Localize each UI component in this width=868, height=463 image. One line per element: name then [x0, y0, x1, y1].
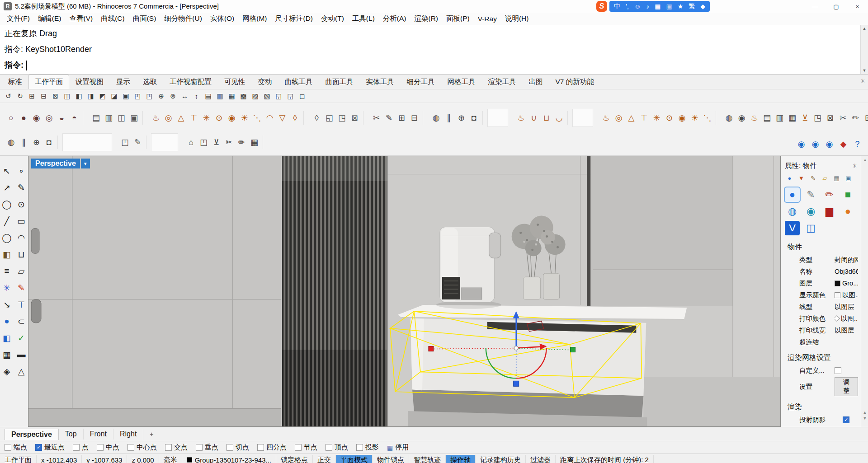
wireframe-display-icon[interactable]: ○	[5, 111, 17, 125]
folder-tab-icon[interactable]: ▱	[820, 173, 830, 183]
box-edit-icon[interactable]: ⊠	[349, 111, 361, 125]
hopper-tool-icon[interactable]: ⊻	[210, 136, 222, 149]
osnap-checkbox[interactable]: ✓	[35, 444, 42, 451]
menu-tools[interactable]: 工具(L)	[348, 13, 379, 25]
units-settings-icon[interactable]: ▨	[250, 90, 261, 102]
property-value[interactable]: Obj3d66	[835, 268, 858, 275]
shaded-display-icon[interactable]: ●	[18, 111, 30, 125]
curve-gear-icon[interactable]: ⊙	[15, 198, 28, 210]
panel-scroll-down[interactable]: ▼	[863, 416, 867, 421]
extract-wireframe-icon[interactable]: ⊟	[408, 111, 420, 125]
tab-solid-tools[interactable]: 实体工具	[360, 75, 401, 89]
osnap-checkbox[interactable]	[257, 444, 264, 451]
select-plane-icon[interactable]: ⊤	[638, 111, 650, 125]
box-top-icon[interactable]: ◱	[323, 111, 335, 125]
check-icon[interactable]: ✓	[15, 332, 28, 344]
offset-arrow-icon[interactable]: ↘	[0, 298, 13, 311]
tab-visibility[interactable]: 可见性	[218, 75, 252, 89]
cut-tool-icon[interactable]: ✂	[223, 136, 235, 149]
mesh-grid-icon[interactable]: ▦	[248, 136, 260, 149]
property-value[interactable]: Gro...	[835, 280, 858, 287]
tab-set-view[interactable]: 设置视图	[69, 75, 110, 89]
maximize-viewport-icon[interactable]: ▣	[128, 111, 140, 125]
minimize-button[interactable]: —	[804, 0, 826, 13]
arc-icon[interactable]: ◠	[15, 231, 28, 244]
grid-tab-icon[interactable]: ▦	[832, 173, 841, 183]
menu-view[interactable]: 查看(V)	[65, 13, 97, 25]
lock-swap-icon[interactable]: ◠	[264, 111, 276, 125]
custom-mesh-checkbox[interactable]	[835, 367, 841, 374]
scissors-tool-icon[interactable]: ✂	[837, 111, 849, 125]
swirl-page-icon[interactable]: ◍	[785, 204, 800, 219]
osnap-vertex[interactable]: 顶点	[326, 443, 348, 452]
viewport-tab-top[interactable]: Top	[59, 429, 84, 440]
window-tool-icon[interactable]: ▥	[774, 111, 786, 125]
ball-page-icon[interactable]: ●	[840, 204, 855, 219]
ghosted-display-icon[interactable]: ◎	[43, 111, 55, 125]
funnel-tool-icon[interactable]: ⊻	[799, 111, 811, 125]
osnap-checkbox[interactable]	[196, 444, 203, 451]
unlock-objects-icon[interactable]: ⋱	[251, 111, 263, 125]
lock-objects-icon[interactable]: ☀	[238, 111, 250, 125]
layer-selector[interactable]: Group-1350107-23-943...	[182, 455, 276, 463]
property-value[interactable]: 以图...	[835, 291, 858, 299]
box-draw-icon[interactable]: ✎	[132, 136, 144, 149]
viewport-title[interactable]: Perspective ▼	[31, 159, 90, 168]
filter-tab-icon[interactable]: ▼	[797, 173, 806, 183]
hide-swap-icon[interactable]: △	[175, 111, 187, 125]
viewport-tab-right[interactable]: Right	[113, 429, 143, 440]
ime-menu-icon[interactable]: ◆	[698, 3, 708, 10]
grid-snap-toggle[interactable]: 锁定格点	[276, 455, 313, 463]
osnap-near[interactable]: ✓最近点	[35, 443, 65, 452]
home-tool-icon[interactable]: ⌂	[185, 136, 197, 149]
gumball-x-scale-handle[interactable]	[429, 346, 434, 351]
split-horizontal-icon[interactable]: ▥	[103, 111, 115, 125]
clipping-plane-icon[interactable]: ✂	[370, 111, 382, 125]
cplane-selector[interactable]: 工作平面	[0, 455, 37, 463]
extract-isocurve-icon[interactable]: ⊞	[396, 111, 408, 125]
marker-icon[interactable]: ✎	[15, 281, 28, 294]
viewport-tab-front[interactable]: Front	[84, 429, 113, 440]
eraser-icon[interactable]: ▬	[15, 348, 28, 361]
circle-icon[interactable]: ◯	[0, 198, 13, 210]
draw-tool-icon[interactable]: ✏	[236, 136, 248, 149]
gumball-toggle[interactable]: 操作轴	[446, 455, 476, 463]
named-view-icon[interactable]: ▥	[214, 90, 226, 102]
set-view-icon[interactable]: ▤	[203, 90, 214, 102]
maximize-button[interactable]: ▢	[826, 0, 847, 13]
section-tool-icon[interactable]: ✎	[383, 111, 395, 125]
gumball-origin[interactable]	[514, 346, 518, 350]
viewport-tab-perspective[interactable]: Perspective	[5, 429, 59, 440]
tab-curve-tools[interactable]: 曲线工具	[278, 75, 319, 89]
tab-select[interactable]: 选取	[137, 75, 163, 89]
rotate-view-icon[interactable]: ↕	[191, 90, 202, 102]
object-page-icon[interactable]: ●	[785, 187, 800, 202]
osnap-point[interactable]: 点	[73, 443, 89, 452]
menu-render[interactable]: 渲染(R)	[410, 13, 442, 25]
brush-tab-icon[interactable]: ✎	[808, 173, 818, 183]
adjust-button[interactable]: 调整	[835, 377, 858, 396]
osnap-intersection[interactable]: 交点	[165, 443, 188, 452]
menu-mesh[interactable]: 网格(M)	[238, 13, 271, 25]
osnap-disable[interactable]: ▦停用	[387, 443, 409, 452]
osnap-midpoint[interactable]: 中点	[97, 443, 119, 452]
tab-viewport-layout[interactable]: 工作视窗配置	[163, 75, 218, 89]
parallel-projection-icon[interactable]: ∥	[18, 136, 30, 149]
pencil-edit-icon[interactable]: ✎	[15, 181, 28, 194]
gumball-z-scale-handle[interactable]	[514, 381, 519, 386]
command-scrollbar[interactable]: ▲▼	[860, 25, 868, 74]
diamond-icon[interactable]: ◈	[0, 365, 13, 378]
menu-analyze[interactable]: 分析(A)	[379, 13, 410, 25]
menu-surface[interactable]: 曲面(S)	[129, 13, 160, 25]
osnap-checkbox[interactable]	[326, 444, 332, 451]
tsquare-icon[interactable]: ⊤	[15, 298, 28, 311]
dart-page-icon[interactable]: ✏	[822, 187, 837, 202]
tab-render-tools[interactable]: 渲染工具	[482, 75, 523, 89]
undo-view-icon[interactable]: ↺	[3, 90, 14, 102]
cplane-object-icon[interactable]: ⊠	[50, 90, 61, 102]
technical-display-icon[interactable]: ◓	[68, 111, 80, 125]
menu-solid[interactable]: 实体(O)	[206, 13, 238, 25]
plane-icon[interactable]: ▱	[15, 265, 28, 277]
cplane-rotate-icon[interactable]: ◪	[108, 90, 120, 102]
property-value[interactable]: 以图层	[835, 303, 858, 311]
